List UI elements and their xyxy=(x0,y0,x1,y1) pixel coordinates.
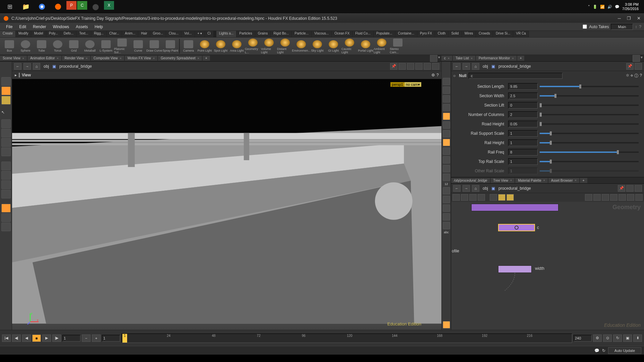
tool-gilight[interactable]: GI Light xyxy=(325,38,341,54)
tool-spotlight[interactable]: Spot Light xyxy=(213,38,229,54)
menu-windows[interactable]: Windows xyxy=(49,24,72,29)
shelf-tab-rigid[interactable]: Rigid Bo... xyxy=(271,31,292,37)
nt-r5[interactable] xyxy=(619,194,626,201)
strip-4[interactable] xyxy=(443,104,450,111)
path-node[interactable]: procedural_bridge xyxy=(58,64,93,69)
path-btn3[interactable] xyxy=(407,63,414,70)
tab-tree[interactable]: Tree View× xyxy=(491,178,515,183)
menu-render[interactable]: Render xyxy=(30,24,49,29)
tool-10[interactable] xyxy=(1,171,11,180)
tab-render-view[interactable]: Render View× xyxy=(62,56,90,61)
shelf-tab-vr[interactable]: VR Ca xyxy=(513,31,529,37)
status-refresh-icon[interactable]: ↻ xyxy=(602,348,605,353)
shelf-tab-fluid[interactable]: Fluid Co... xyxy=(353,31,374,37)
shelf-tab-clou[interactable]: Clou... xyxy=(166,31,181,37)
param-icon1[interactable]: ⎆ xyxy=(631,73,633,79)
explorer-icon[interactable]: 📁 xyxy=(18,1,34,12)
tool-14[interactable] xyxy=(1,213,11,222)
tool-7[interactable] xyxy=(1,138,11,147)
nt-5[interactable] xyxy=(490,194,497,201)
shelf-tab-vol[interactable]: Vol... xyxy=(181,31,195,37)
play-first[interactable]: |◀ xyxy=(2,335,11,342)
tool-spraypaint[interactable]: Spray Paint xyxy=(162,38,178,54)
tab-plus3[interactable]: + xyxy=(580,178,587,183)
app-icon[interactable]: ⬤ xyxy=(88,1,103,12)
nt-7[interactable] xyxy=(506,194,514,201)
param-input[interactable] xyxy=(508,130,538,137)
tool-geolight[interactable]: Geometry L... xyxy=(245,38,261,54)
nt-r7[interactable] xyxy=(635,194,643,201)
take-select[interactable]: Main xyxy=(611,24,633,30)
start-icon[interactable]: ⊞ xyxy=(2,1,17,12)
shelf-tab-rigg[interactable]: Rigg... xyxy=(91,31,107,37)
net-home[interactable]: ⌂ xyxy=(472,185,479,192)
strip-16[interactable] xyxy=(443,213,450,221)
frame-dec[interactable]: − xyxy=(82,335,91,342)
camera-label[interactable]: persp1no cam▾ xyxy=(390,82,421,87)
clock[interactable]: 3:08 PM 7/26/2016 xyxy=(622,2,642,11)
tool-15[interactable] xyxy=(1,223,11,231)
shelf-tab-groo[interactable]: Groo... xyxy=(150,31,166,37)
tool-torus[interactable]: Torus xyxy=(50,38,66,54)
maximize-icon[interactable]: ❐ xyxy=(627,16,631,21)
tab-scene-view[interactable]: Scene View× xyxy=(0,56,27,61)
tl-opt4[interactable]: ▣ xyxy=(623,335,632,342)
param-input[interactable] xyxy=(508,93,538,99)
tool-sphere[interactable]: Sphere xyxy=(17,38,34,54)
tool-portal[interactable]: Portal Light xyxy=(358,38,374,54)
net-btn2[interactable] xyxy=(635,185,642,192)
nt-r4[interactable] xyxy=(610,194,618,201)
camtasia-icon[interactable]: C xyxy=(77,1,87,10)
param-slider[interactable] xyxy=(540,142,639,143)
take-arrow-icon[interactable]: ↕ xyxy=(635,24,637,29)
tab-composite[interactable]: Composite View× xyxy=(91,56,124,61)
play-next-key[interactable]: |▶ xyxy=(52,335,61,342)
shelf-tab-pyro[interactable]: Pyro FX xyxy=(417,31,435,37)
tool-lsystem[interactable]: L-System xyxy=(98,38,114,54)
tool-9[interactable] xyxy=(1,162,11,170)
tool-camera[interactable]: Camera xyxy=(180,38,197,54)
tool-arealight[interactable]: Area Light xyxy=(229,38,245,54)
net-fwd[interactable]: → xyxy=(463,185,470,192)
gear-icon[interactable]: ✲ xyxy=(626,73,629,79)
tab-plus2[interactable]: + xyxy=(517,56,525,61)
param-btn[interactable] xyxy=(635,63,642,70)
param-input[interactable] xyxy=(508,158,538,165)
play-back[interactable]: ◀ xyxy=(22,335,31,342)
strip-1[interactable] xyxy=(443,78,450,85)
tool-12[interactable] xyxy=(1,190,11,198)
powerpoint-icon[interactable]: P xyxy=(66,1,76,10)
tab-anim-editor[interactable]: Animation Editor× xyxy=(28,56,61,61)
tool-curve[interactable]: Curve xyxy=(130,38,146,54)
shelf-tab-text[interactable]: Text... xyxy=(76,31,91,37)
strip-9[interactable] xyxy=(443,147,450,155)
tool-distlight[interactable]: Distant Light xyxy=(277,38,293,54)
node-width[interactable] xyxy=(498,265,532,273)
param-slider[interactable] xyxy=(540,114,639,115)
param-input[interactable] xyxy=(508,168,538,174)
chevron-up-icon[interactable]: ˄ xyxy=(588,5,590,9)
battery-icon[interactable]: 🔋 xyxy=(593,5,597,9)
status-icon1[interactable]: 💬 xyxy=(594,348,599,353)
strip-17[interactable] xyxy=(443,222,450,229)
tool-vollight[interactable]: Volume Light xyxy=(261,38,277,54)
nt-1[interactable] xyxy=(452,194,460,201)
path-btn2[interactable] xyxy=(398,63,406,70)
shelf-tab-modify[interactable]: Modify xyxy=(16,31,31,37)
strip-2[interactable] xyxy=(443,86,450,94)
menu-file[interactable]: File xyxy=(3,24,16,29)
nav-back[interactable]: ← xyxy=(14,63,21,70)
timeline-marker[interactable]: 1 xyxy=(122,334,127,343)
strip-10[interactable] xyxy=(443,156,450,164)
volume-icon[interactable]: 🔊 xyxy=(607,5,612,9)
pane-dropdown-icon[interactable]: ▾ xyxy=(438,55,440,62)
shelf-tab-char[interactable]: Char... xyxy=(107,31,122,37)
houdini-icon[interactable] xyxy=(50,1,66,12)
param-home[interactable]: ⌂ xyxy=(472,63,479,70)
play-fwd[interactable]: ▶ xyxy=(42,335,51,342)
path-btn6[interactable] xyxy=(432,63,439,70)
wifi-icon[interactable]: 📶 xyxy=(600,5,605,9)
nt-3[interactable] xyxy=(469,194,477,201)
tool-stereo[interactable]: Stereo Cam... xyxy=(390,38,406,54)
shelf-tab-create[interactable]: Create xyxy=(0,31,16,37)
